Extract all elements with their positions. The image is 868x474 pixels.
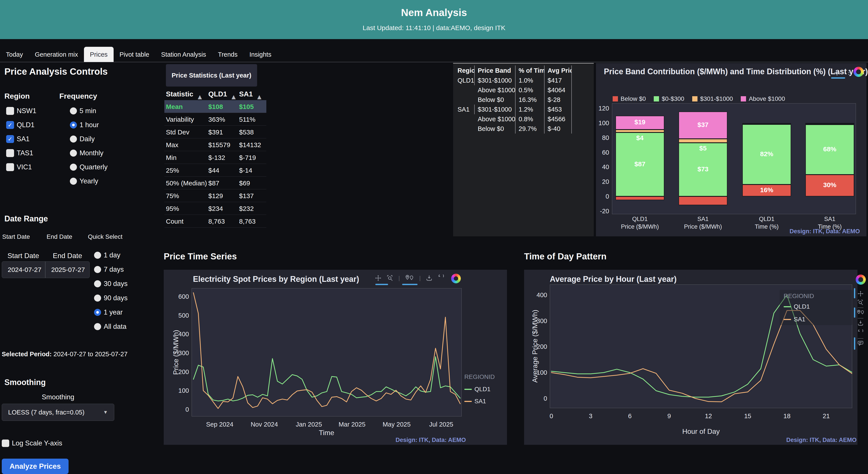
quick-select-radio-7-days[interactable]: 7 days <box>94 266 128 273</box>
y-axis-tick: 20 <box>594 178 609 185</box>
radio-label: 30 days <box>104 280 128 288</box>
tab-today[interactable]: Today <box>0 47 29 62</box>
tab-pivot-table[interactable]: Pivot table <box>114 47 155 62</box>
sort-arrow-icon[interactable]: ▲ <box>196 93 203 101</box>
legend-item[interactable]: SA1 <box>784 316 805 323</box>
selected-period: Selected Period: 2024-07-27 to 2025-07-2… <box>2 351 127 358</box>
quick-select-radio-all-data[interactable]: All data <box>94 323 128 330</box>
stats-row: 50% (Median)$87$69 <box>164 177 266 189</box>
legend-item[interactable]: SA1 <box>464 398 486 405</box>
radio-icon[interactable] <box>94 266 101 273</box>
time-series-chart[interactable] <box>192 288 462 416</box>
legend-item[interactable]: QLD1 <box>464 386 491 393</box>
start-date-input[interactable] <box>2 262 45 278</box>
frequency-radio-1-hour[interactable]: 1 hour <box>70 122 107 128</box>
smoothing-widget-label: Smoothing <box>2 393 114 401</box>
region-checkbox-nsw1[interactable]: NSW1 <box>6 107 36 115</box>
smoothing-select-value: LOESS (7 days, frac=0.05) <box>2 409 84 416</box>
checkbox-icon[interactable]: ✓ <box>6 121 14 129</box>
quick-select-radio-1-year[interactable]: 1 year <box>94 309 128 316</box>
stat-value: $232 <box>239 205 254 212</box>
stats-row: Max$15579$14132 <box>164 138 266 151</box>
plotly-logo-icon[interactable] <box>451 274 461 283</box>
stats-column-header[interactable]: Statistic▲ <box>166 90 193 98</box>
bar-segment[interactable] <box>805 123 854 124</box>
checkbox-icon[interactable]: ✓ <box>6 135 14 143</box>
bar-segment[interactable] <box>616 196 664 200</box>
radio-icon[interactable] <box>94 309 101 316</box>
date-range-label: Date Range <box>4 214 48 223</box>
analyze-prices-button[interactable]: Analyze Prices <box>2 459 68 474</box>
sort-arrow-icon[interactable]: ▲ <box>230 93 237 101</box>
radio-icon[interactable] <box>94 294 101 302</box>
y-axis-tick: 0 <box>530 395 547 402</box>
pan-tool-icon[interactable] <box>375 275 382 282</box>
tab-generation-mix[interactable]: Generation mix <box>29 47 84 62</box>
frequency-radio-daily[interactable]: Daily <box>70 135 107 143</box>
frequency-radio-5-min[interactable]: 5 min <box>70 107 107 115</box>
bar-segment[interactable] <box>679 196 727 205</box>
band-value-cell: $4566 <box>545 114 572 124</box>
radio-icon[interactable] <box>94 280 101 287</box>
tab-insights[interactable]: Insights <box>244 47 277 62</box>
sort-arrow-icon[interactable]: ▲ <box>256 93 263 101</box>
radio-icon[interactable] <box>70 135 77 143</box>
hover-pins-icon[interactable] <box>857 309 865 316</box>
log-scale-checkbox-row[interactable]: Log Scale Y-axis <box>2 439 62 447</box>
quick-select-radio-30-days[interactable]: 30 days <box>94 280 128 287</box>
reset-axes-icon[interactable] <box>437 275 444 282</box>
frequency-radio-monthly[interactable]: Monthly <box>70 150 107 157</box>
bar-segment[interactable] <box>616 130 664 132</box>
smoothing-select[interactable]: LOESS (7 days, frac=0.05) ▼ <box>2 404 114 421</box>
frequency-radio-quarterly[interactable]: Quarterly <box>70 164 107 171</box>
stats-column-header[interactable]: QLD1▲ <box>208 90 227 98</box>
checkbox-icon[interactable] <box>6 149 14 157</box>
reset-axes-icon[interactable] <box>857 329 864 336</box>
tab-trends[interactable]: Trends <box>212 47 244 62</box>
checkbox-icon[interactable] <box>2 440 9 447</box>
radio-icon[interactable] <box>94 323 101 330</box>
bar-label: $37 <box>679 121 727 128</box>
y-axis-tick: 500 <box>172 312 189 319</box>
y-axis-tick: 0 <box>594 193 609 200</box>
checkbox-label: QLD1 <box>17 121 34 129</box>
x-axis-subcategory: Price ($/MWh) <box>670 223 736 230</box>
radio-icon[interactable] <box>70 150 77 157</box>
quick-select-radio-1-day[interactable]: 1 day <box>94 252 128 259</box>
download-icon[interactable] <box>426 275 433 282</box>
time-of-day-title: Average Price by Hour (Last year) <box>550 275 677 284</box>
annotation-icon[interactable] <box>857 340 864 347</box>
region-checkbox-tas1[interactable]: TAS1 <box>6 149 36 157</box>
frequency-radio-yearly[interactable]: Yearly <box>70 178 107 185</box>
x-axis-title: Time <box>319 429 334 437</box>
zoom-tool-icon[interactable] <box>857 299 864 306</box>
stats-row: Variability363%511% <box>164 113 266 126</box>
pan-tool-icon[interactable] <box>857 290 864 297</box>
legend-item[interactable]: QLD1 <box>784 303 810 310</box>
download-icon[interactable] <box>857 320 864 326</box>
tab-prices[interactable]: Prices <box>84 47 114 62</box>
radio-icon[interactable] <box>94 252 101 259</box>
stat-name: 50% (Median) <box>166 180 207 187</box>
chart-toolbar: | | <box>375 275 455 282</box>
hover-pins-icon[interactable] <box>405 275 414 282</box>
region-checkbox-sa1[interactable]: ✓SA1 <box>6 135 36 143</box>
region-checkbox-qld1[interactable]: ✓QLD1 <box>6 121 36 129</box>
radio-icon[interactable] <box>70 164 77 171</box>
region-checkbox-vic1[interactable]: VIC1 <box>6 163 36 171</box>
band-value-cell: $417 <box>545 75 572 85</box>
checkbox-icon[interactable] <box>6 163 14 171</box>
zoom-tool-icon[interactable] <box>386 275 394 282</box>
stats-column-header[interactable]: SA1▲ <box>239 90 253 98</box>
radio-icon[interactable] <box>70 107 77 115</box>
checkbox-icon[interactable] <box>6 107 14 115</box>
radio-dot-icon <box>96 311 99 314</box>
tab-station-analysis[interactable]: Station Analysis <box>155 47 212 62</box>
radio-icon[interactable] <box>70 178 77 185</box>
radio-icon[interactable] <box>70 122 77 128</box>
plotly-logo-icon[interactable] <box>856 275 866 285</box>
bar-segment[interactable] <box>679 139 727 143</box>
end-date-input[interactable] <box>45 262 89 278</box>
quick-select-radio-90-days[interactable]: 90 days <box>94 294 128 302</box>
bar-segment[interactable] <box>742 123 791 124</box>
